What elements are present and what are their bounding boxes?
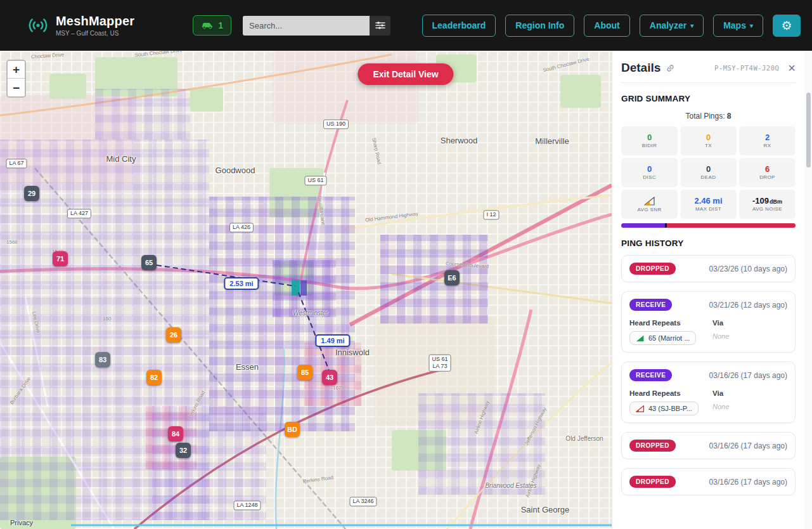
zoom-out-button[interactable]: −: [8, 79, 25, 96]
search-filter-button[interactable]: [370, 16, 390, 36]
ping-entry[interactable]: DROPPED 03/23/26 (10 days ago): [621, 255, 796, 282]
total-pings: Total Pings: 8: [621, 112, 796, 121]
ping-entry[interactable]: RECEIVE 03/16/26 (17 days ago) Heard Rep…: [621, 362, 796, 423]
vehicle-count-button[interactable]: 1: [193, 15, 231, 36]
nav-buttons: Leaderboard Region Info About Analyzer▾ …: [422, 15, 801, 37]
vehicle-count: 1: [218, 20, 223, 30]
status-badge: RECEIVE: [629, 299, 672, 311]
maps-menu-button[interactable]: Maps▾: [713, 15, 763, 37]
road-shield: I 12: [483, 210, 499, 219]
road-shield: LA 427: [67, 209, 91, 218]
stat-tx: 0 TX: [680, 126, 737, 155]
leaderboard-label: Leaderboard: [432, 20, 486, 30]
street-label: 160: [103, 316, 111, 322]
app-subtitle: MSY – Gulf Coast, US: [56, 30, 134, 37]
status-badge: DROPPED: [629, 263, 676, 275]
search-input[interactable]: [243, 16, 370, 36]
chevron-down-icon: ▾: [750, 22, 753, 29]
node-marker-E6[interactable]: E6: [444, 270, 460, 285]
search-group: [243, 16, 390, 36]
ping-entry[interactable]: RECEIVE 03/21/26 (12 days ago) Heard Rep…: [621, 291, 796, 353]
ping-date: 03/16/26 (17 days ago): [709, 478, 787, 487]
zoom-in-button[interactable]: +: [8, 61, 25, 79]
top-nav: MeshMapper MSY – Gulf Coast, US 1 Leader…: [0, 0, 812, 51]
node-id: P-MSY-PT4W-J20Q: [714, 64, 779, 72]
place-label: Goodwood: [216, 166, 255, 175]
leaderboard-button[interactable]: Leaderboard: [422, 15, 496, 37]
road-shield: LA 1248: [233, 500, 261, 510]
road-shield: US 190: [323, 119, 349, 129]
road-shield: LA 3246: [349, 497, 377, 506]
stat-rx: 2 RX: [739, 126, 796, 155]
signal-bad-icon: [636, 405, 645, 412]
node-marker-84[interactable]: 84: [168, 426, 183, 441]
ping-date: 03/21/26 (12 days ago): [709, 301, 787, 310]
road-shield: US 61 LA 73: [429, 355, 451, 372]
signal-good-icon: [636, 335, 645, 342]
stat-disc: 0 DISC: [621, 158, 678, 187]
zoom-control: + −: [6, 60, 26, 98]
details-panel: Details P-MSY-PT4W-J20Q × GRID SUMMARY T…: [612, 51, 812, 529]
total-pings-value: 8: [727, 112, 731, 121]
stat-drop: 6 DROP: [739, 158, 796, 187]
analyzer-menu-button[interactable]: Analyzer▾: [640, 15, 704, 37]
close-icon[interactable]: ×: [788, 62, 796, 74]
via-value: None: [712, 403, 787, 410]
ping-date: 03/16/26 (17 days ago): [709, 441, 787, 450]
exit-detail-view-button[interactable]: Exit Detail View: [358, 63, 453, 85]
place-label: Saint George: [521, 505, 570, 514]
ping-date: 03/16/26 (17 days ago): [709, 371, 787, 380]
heard-node-chip[interactable]: 43 (SJ-BB-P...: [629, 402, 699, 415]
road-shield: US 61: [304, 176, 326, 185]
divider: [621, 82, 796, 83]
place-label: Mid City: [106, 154, 136, 164]
ping-history-list: DROPPED 03/23/26 (10 days ago) RECEIVE 0…: [621, 255, 796, 495]
node-marker-82[interactable]: 82: [146, 370, 162, 385]
road-shield: LA 426: [229, 223, 254, 232]
node-marker-71[interactable]: 71: [53, 251, 68, 266]
heard-node-chip[interactable]: 65 (Marriot ...: [629, 331, 696, 345]
distance-label: 2.53 mi: [224, 277, 259, 290]
panel-scrollbar-thumb[interactable]: [806, 93, 811, 167]
links-layer: [0, 51, 612, 529]
region-info-button[interactable]: Region Info: [505, 15, 574, 37]
stat-dead: 0 DEAD: [680, 158, 737, 187]
panel-title: Details: [621, 61, 661, 75]
node-marker-BD[interactable]: BD: [285, 422, 300, 437]
privacy-link[interactable]: Privacy: [10, 519, 33, 526]
via-value: None: [712, 332, 787, 340]
about-label: About: [594, 20, 619, 30]
node-marker-26[interactable]: 26: [166, 327, 181, 343]
region-info-label: Region Info: [515, 20, 564, 30]
via-label: Via: [712, 389, 787, 397]
map-canvas[interactable]: Choctaw Drive South Choctaw Drive South …: [0, 51, 612, 529]
maps-label: Maps: [723, 20, 746, 30]
heard-repeats-label: Heard Repeats: [629, 319, 712, 327]
place-label: Sherwood: [441, 136, 478, 145]
gear-icon: ⚙: [781, 18, 792, 33]
settings-button[interactable]: ⚙: [773, 15, 801, 37]
node-marker-29[interactable]: 29: [24, 186, 39, 201]
node-marker-65[interactable]: 65: [141, 255, 157, 270]
about-button[interactable]: About: [584, 15, 629, 37]
node-marker-32[interactable]: 32: [176, 443, 191, 458]
analyzer-label: Analyzer: [650, 20, 686, 30]
sliders-icon: [375, 21, 385, 30]
snr-signal-icon: [644, 197, 655, 206]
road-shield: LA 67: [6, 159, 27, 168]
stats-grid: 0 BIDIR 0 TX 2 RX 0 DISC 0 DEAD 6 DROP: [621, 126, 796, 219]
brand[interactable]: MeshMapper MSY – Gulf Coast, US: [27, 14, 134, 37]
ping-entry[interactable]: DROPPED 03/16/26 (17 days ago): [621, 432, 796, 459]
street-label: 1568: [6, 239, 18, 245]
ratio-segment-receive: [621, 223, 665, 228]
node-marker-85[interactable]: 85: [297, 365, 313, 380]
node-marker-43[interactable]: 43: [322, 370, 337, 385]
stat-max-dist: 2.46 mi MAX DIST: [680, 190, 737, 219]
stat-bidir: 0 BIDIR: [621, 126, 678, 155]
node-marker-83[interactable]: 83: [95, 352, 110, 367]
place-label: Old Jefferson: [565, 435, 603, 442]
chevron-down-icon: ▾: [690, 22, 693, 29]
ping-entry[interactable]: DROPPED 03/16/26 (17 days ago): [621, 468, 796, 495]
ping-history-heading: PING HISTORY: [621, 238, 796, 248]
link-icon[interactable]: [666, 63, 675, 73]
